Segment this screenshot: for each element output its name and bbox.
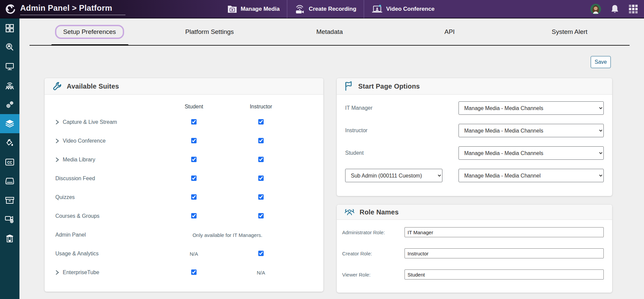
administrator-role-label: Administrator Role: — [342, 230, 405, 235]
tab-platform-settings[interactable]: Platform Settings — [185, 28, 234, 36]
sidebar-item-webcast[interactable] — [0, 76, 19, 95]
suite-name: Media Library — [63, 157, 95, 163]
suite-name: Admin Panel — [55, 232, 86, 238]
captions-cc-icon: CC — [5, 158, 15, 166]
student-checkbox[interactable] — [191, 119, 197, 124]
chevron-right-icon[interactable] — [55, 157, 59, 162]
start-page-row: IT Manager Manage Media - Media Channels — [345, 101, 604, 115]
suite-name: Usage & Analytics — [55, 251, 99, 257]
student-start-page-select[interactable]: Manage Media - Media Channels — [459, 146, 604, 160]
video-settings-icon — [4, 215, 15, 224]
layers-icon — [5, 119, 15, 129]
role-label: Instructor — [345, 128, 368, 134]
video-conference-icon — [371, 4, 383, 14]
instructor-checkbox[interactable] — [258, 194, 264, 200]
sidebar: CC — [0, 18, 19, 299]
table-row: Media Library — [45, 150, 323, 169]
top-bar: Admin Panel > Platform Manage Media — [0, 0, 644, 18]
student-column-header: Student — [160, 104, 227, 110]
start-page-row: Student Manage Media - Media Channels — [345, 146, 604, 160]
desktop-monitor-icon — [5, 62, 14, 71]
sidebar-item-branding[interactable] — [0, 133, 19, 152]
student-checkbox[interactable] — [191, 138, 197, 143]
sidebar-item-storage[interactable] — [0, 171, 19, 191]
sidebar-item-dashboard[interactable] — [0, 18, 19, 38]
role-label: Student — [345, 150, 364, 156]
sidebar-item-captions[interactable]: CC — [0, 152, 19, 171]
student-checkbox[interactable] — [191, 213, 197, 218]
apps-grid-icon[interactable] — [629, 4, 638, 14]
page-title: Admin Panel > Platform — [20, 3, 112, 12]
media-folder-icon — [227, 5, 237, 13]
not-applicable-text: N/A — [160, 251, 227, 257]
sub-admin-role-select[interactable]: Sub Admin (000111 Cuestom) — [345, 169, 442, 182]
gears-icon — [5, 100, 14, 109]
sidebar-item-user-search[interactable] — [0, 38, 19, 57]
sidebar-item-desktop[interactable] — [0, 57, 19, 76]
table-row: Courses & Groups — [45, 207, 323, 226]
instructor-checkbox[interactable] — [258, 251, 264, 256]
avatar[interactable] — [590, 4, 601, 14]
instructor-start-page-select[interactable]: Manage Media - Media Channels — [459, 124, 604, 137]
role-name-row: Administrator Role: — [342, 227, 604, 237]
tab-metadata[interactable]: Metadata — [316, 28, 343, 36]
table-row: Discussion Feed — [45, 169, 323, 188]
administrator-role-input[interactable] — [405, 227, 604, 237]
main-content: Setup Preferences Platform Settings Meta… — [19, 18, 644, 299]
column-headers: Student Instructor — [45, 101, 323, 113]
sidebar-item-services[interactable] — [0, 95, 19, 114]
sidebar-item-recording-settings[interactable] — [0, 210, 19, 229]
start-page-row: Sub Admin (000111 Cuestom) Manage Media … — [345, 169, 604, 182]
instructor-checkbox[interactable] — [258, 213, 264, 218]
tab-bar: Setup Preferences Platform Settings Meta… — [30, 23, 630, 41]
sidebar-item-modules[interactable] — [0, 114, 19, 133]
chevron-right-icon[interactable] — [55, 119, 59, 125]
brand: Admin Panel > Platform — [0, 3, 125, 15]
chevron-right-icon[interactable] — [55, 270, 59, 275]
table-row: EnterpriseTube N/A — [45, 263, 323, 282]
table-row: Quizzes — [45, 188, 323, 207]
create-recording-label: Create Recording — [309, 6, 357, 12]
logo-icon[interactable] — [5, 3, 16, 15]
student-checkbox[interactable] — [191, 269, 197, 275]
tab-system-alert[interactable]: System Alert — [552, 28, 588, 36]
student-checkbox[interactable] — [191, 157, 197, 162]
archive-box-icon — [5, 196, 15, 205]
svg-text:CC: CC — [7, 160, 12, 164]
student-checkbox[interactable] — [191, 194, 197, 200]
card-title: Available Suites — [67, 83, 119, 90]
role-names-card: Role Names Administrator Role: Creator R… — [337, 205, 612, 293]
sidebar-item-institution[interactable] — [0, 229, 19, 248]
viewer-role-input[interactable] — [405, 269, 604, 280]
suite-name: Discussion Feed — [55, 176, 95, 182]
notifications-bell-icon[interactable] — [610, 4, 619, 14]
tab-setup-preferences[interactable]: Setup Preferences — [55, 25, 124, 39]
recording-camera-icon — [295, 4, 306, 14]
manage-media-button[interactable]: Manage Media — [220, 0, 287, 18]
instructor-checkbox[interactable] — [258, 138, 264, 143]
suite-name: Courses & Groups — [55, 213, 100, 219]
flag-icon — [344, 81, 354, 91]
user-group-icon — [344, 208, 355, 216]
instructor-checkbox[interactable] — [258, 176, 264, 181]
save-button[interactable]: Save — [591, 56, 611, 68]
header-actions: Manage Media Create Recording — [220, 0, 442, 18]
video-conference-button[interactable]: Video Conference — [364, 0, 442, 18]
active-tab-indicator — [51, 44, 128, 46]
student-checkbox[interactable] — [191, 176, 197, 181]
creator-role-input[interactable] — [405, 248, 604, 258]
available-suites-card: Available Suites Student Instructor Capt… — [45, 78, 323, 292]
instructor-checkbox[interactable] — [258, 119, 264, 124]
suite-name: Video Conference — [63, 138, 106, 144]
tab-api[interactable]: API — [444, 28, 455, 36]
table-row: Usage & Analytics N/A — [45, 244, 323, 263]
role-name-row: Creator Role: — [342, 248, 604, 258]
chevron-right-icon[interactable] — [55, 138, 59, 144]
sub-admin-start-page-select[interactable]: Manage Media - Media Channel — [459, 169, 604, 182]
it-manager-start-page-select[interactable]: Manage Media - Media Channels — [459, 101, 604, 115]
video-conference-label: Video Conference — [386, 6, 434, 12]
sidebar-item-archive[interactable] — [0, 191, 19, 210]
create-recording-button[interactable]: Create Recording — [287, 0, 364, 18]
webcast-audience-icon — [5, 81, 15, 90]
instructor-checkbox[interactable] — [258, 157, 264, 162]
